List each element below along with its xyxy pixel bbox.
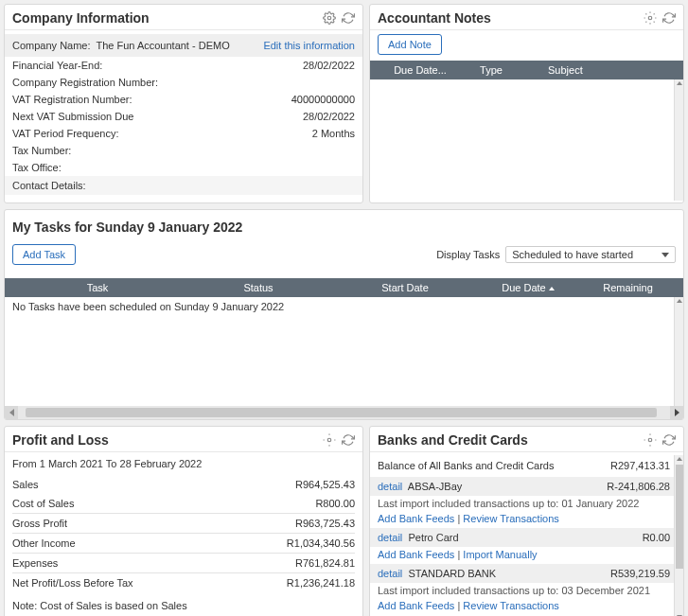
- notes-col-duedate[interactable]: Due Date...: [378, 64, 463, 76]
- pl-cos-value: R800.00: [315, 498, 355, 509]
- bank-balance: R-241,806.28: [607, 481, 670, 492]
- bank-name: Petro Card: [408, 532, 458, 543]
- vat-reg-value: 40000000000: [291, 94, 355, 105]
- tax-office-label: Tax Office:: [12, 162, 62, 173]
- bank-detail-link[interactable]: detail: [378, 481, 402, 492]
- review-transactions-link[interactable]: Review Transactions: [463, 513, 559, 524]
- bank-balance: R0.00: [643, 532, 670, 543]
- bank-row: detail Petro Card R0.00: [370, 528, 678, 547]
- pl-title: Profit and Loss: [12, 432, 109, 448]
- add-task-button[interactable]: Add Task: [12, 244, 76, 265]
- horizontal-scrollbar[interactable]: [5, 406, 683, 419]
- pl-sales-value: R964,525.43: [295, 479, 355, 490]
- bank-last-import: Last import included transactions up to:…: [378, 583, 670, 598]
- sort-asc-icon: [549, 287, 555, 290]
- bank-detail-link[interactable]: detail: [378, 568, 402, 579]
- gear-icon[interactable]: [644, 433, 657, 447]
- banks-balance-value: R297,413.31: [610, 460, 670, 471]
- add-bank-feeds-link[interactable]: Add Bank Feeds: [378, 600, 454, 611]
- tasks-title: My Tasks for Sunday 9 January 2022: [12, 220, 676, 235]
- tasks-empty-message: No Tasks have been scheduled on Sunday 9…: [12, 301, 284, 312]
- pl-gross-label: Gross Profit: [12, 518, 67, 529]
- next-vat-value: 28/02/2022: [303, 111, 355, 122]
- vat-reg-label: VAT Registration Number:: [12, 94, 132, 105]
- vertical-scrollbar[interactable]: [674, 297, 683, 406]
- gear-icon[interactable]: [644, 11, 657, 25]
- add-bank-feeds-link[interactable]: Add Bank Feeds: [378, 513, 454, 524]
- bank-detail-link[interactable]: detail: [378, 532, 402, 543]
- vat-freq-label: VAT Period Frequency:: [12, 128, 119, 139]
- refresh-icon[interactable]: [342, 11, 355, 25]
- import-manually-link[interactable]: Import Manually: [463, 549, 537, 560]
- tasks-col-task[interactable]: Task: [12, 282, 183, 293]
- bank-row: detail STANDARD BANK R539,219.59: [370, 564, 678, 583]
- notes-col-type[interactable]: Type: [463, 64, 520, 76]
- refresh-icon[interactable]: [662, 433, 676, 447]
- vat-freq-value: 2 Months: [312, 128, 355, 139]
- reg-num-label: Company Registration Number:: [12, 77, 158, 88]
- edit-company-link[interactable]: Edit this information: [263, 40, 355, 51]
- banks-balance-label: Balance of All Banks and Credit Cards: [378, 460, 555, 471]
- add-bank-feeds-link[interactable]: Add Bank Feeds: [378, 549, 454, 560]
- company-info-title: Company Information: [12, 10, 150, 26]
- pl-cos-label: Cost of Sales: [12, 498, 74, 509]
- fy-end-value: 28/02/2022: [303, 60, 355, 71]
- bank-name: ABSA-JBay: [408, 481, 462, 492]
- banks-title: Banks and Credit Cards: [378, 432, 528, 448]
- refresh-icon[interactable]: [342, 433, 355, 447]
- tasks-col-duedate[interactable]: Due Date: [476, 282, 580, 293]
- contact-details-label: Contact Details:: [12, 180, 86, 191]
- tax-num-label: Tax Number:: [12, 145, 71, 156]
- fy-end-label: Financial Year-End:: [12, 60, 102, 71]
- gear-icon[interactable]: [323, 11, 336, 25]
- pl-other-label: Other Income: [12, 537, 76, 549]
- accountant-notes-title: Accountant Notes: [378, 10, 491, 26]
- pl-exp-label: Expenses: [12, 557, 58, 569]
- bank-last-import: Last import included transactions up to:…: [378, 496, 670, 511]
- svg-point-1: [648, 16, 652, 20]
- svg-point-3: [648, 438, 652, 442]
- pl-exp-value: R761,824.81: [295, 557, 355, 569]
- pl-net-value: R1,236,241.18: [287, 577, 355, 589]
- review-transactions-link[interactable]: Review Transactions: [463, 600, 559, 611]
- pl-sales-label: Sales: [12, 479, 39, 490]
- display-tasks-select[interactable]: Scheduled to have started: [505, 246, 676, 263]
- vertical-scrollbar[interactable]: [674, 455, 683, 616]
- bank-name: STANDARD BANK: [408, 568, 496, 579]
- tasks-col-remaining[interactable]: Remaining: [580, 282, 676, 293]
- svg-point-2: [327, 438, 331, 442]
- pl-net-label: Net Profit/Loss Before Tax: [12, 577, 133, 589]
- vertical-scrollbar[interactable]: [674, 79, 683, 201]
- bank-row: detail ABSA-JBay R-241,806.28: [370, 477, 678, 496]
- notes-col-subject[interactable]: Subject: [520, 64, 676, 76]
- company-name: Company Name: The Fun Accountant - DEMO: [12, 40, 230, 51]
- display-tasks-label: Display Tasks: [436, 249, 500, 260]
- tasks-col-status[interactable]: Status: [183, 282, 334, 293]
- gear-icon[interactable]: [323, 433, 336, 447]
- refresh-icon[interactable]: [662, 11, 676, 25]
- tasks-col-startdate[interactable]: Start Date: [334, 282, 476, 293]
- svg-point-0: [327, 16, 331, 20]
- pl-gross-value: R963,725.43: [295, 518, 355, 529]
- next-vat-label: Next VAT Submission Due: [12, 111, 133, 122]
- pl-other-value: R1,034,340.56: [287, 537, 355, 549]
- chevron-down-icon: [662, 253, 669, 257]
- add-note-button[interactable]: Add Note: [378, 34, 442, 55]
- pl-note: Note: Cost of Sales is based on Sales: [12, 592, 355, 611]
- bank-balance: R539,219.59: [610, 568, 670, 579]
- pl-period: From 1 March 2021 To 28 February 2022: [12, 456, 355, 475]
